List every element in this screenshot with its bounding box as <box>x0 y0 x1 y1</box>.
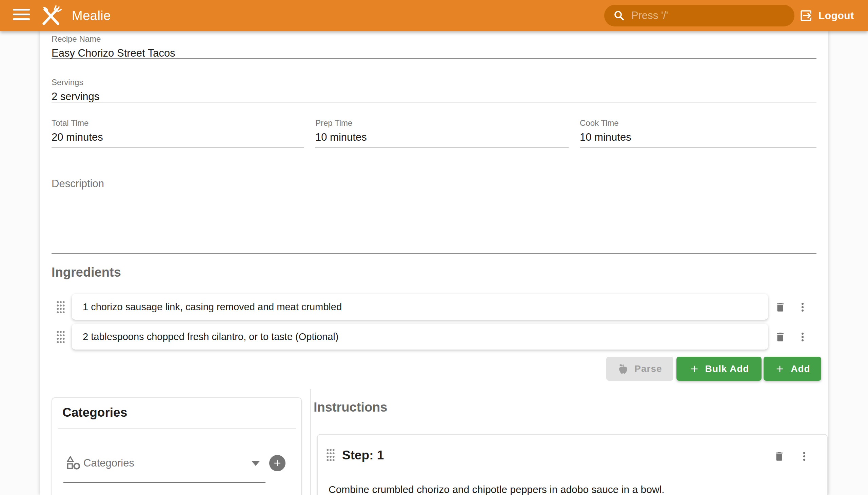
step-delete-button[interactable] <box>771 448 787 464</box>
step-drag-handle[interactable] <box>324 447 337 462</box>
search-input[interactable] <box>631 9 786 22</box>
search-bar[interactable] <box>604 5 795 27</box>
logout-icon <box>799 8 813 23</box>
kebab-menu-icon <box>799 450 810 462</box>
categories-select-underline <box>63 482 266 483</box>
step-title: Step: 1 <box>342 448 384 462</box>
bulk-add-button[interactable]: Bulk Add <box>677 357 762 381</box>
categories-divider <box>58 428 296 429</box>
drag-dots-icon <box>56 330 66 344</box>
mealie-logo-icon <box>39 3 63 28</box>
recipe-editor-card: Recipe Name Servings Total Time Prep Tim… <box>40 31 828 495</box>
categories-select-label: Categories <box>83 457 134 469</box>
plus-icon <box>689 363 700 374</box>
servings-field: Servings <box>52 77 816 102</box>
ingredient-menu-button[interactable] <box>795 299 811 315</box>
plus-icon <box>272 458 283 468</box>
kebab-menu-icon <box>797 331 808 343</box>
bulk-add-button-label: Bulk Add <box>705 363 749 374</box>
description-textarea[interactable] <box>52 194 818 250</box>
shapes-icon <box>66 455 81 471</box>
ingredient-menu-button[interactable] <box>795 329 811 345</box>
trash-icon <box>775 302 786 313</box>
cook-time-input[interactable] <box>580 131 816 143</box>
description-field: Description <box>52 179 816 254</box>
description-label: Description <box>52 179 816 189</box>
recipe-name-input[interactable] <box>52 47 816 59</box>
categories-select[interactable]: Categories <box>52 449 301 486</box>
prep-time-field: Prep Time <box>315 118 568 148</box>
parse-button[interactable]: Parse <box>606 357 674 381</box>
column-divider <box>310 389 310 495</box>
ingredient-drag-handle[interactable] <box>54 300 67 314</box>
ingredient-row <box>72 294 768 320</box>
ingredient-input[interactable] <box>82 331 758 343</box>
instructions-heading: Instructions <box>313 400 387 415</box>
search-icon <box>613 10 625 22</box>
cook-time-label: Cook Time <box>580 118 816 128</box>
kebab-menu-icon <box>797 302 808 313</box>
plus-icon <box>775 363 785 374</box>
add-button[interactable]: Add <box>764 357 821 381</box>
servings-label: Servings <box>52 77 816 87</box>
total-time-input[interactable] <box>52 131 304 143</box>
total-time-label: Total Time <box>52 118 304 128</box>
add-button-label: Add <box>791 363 810 374</box>
prep-time-input[interactable] <box>315 131 568 143</box>
ingredient-delete-button[interactable] <box>772 299 788 315</box>
app-header: Mealie Logout <box>0 0 868 31</box>
step-text[interactable]: Combine crumbled chorizo and chipotle pe… <box>328 482 810 495</box>
ingredient-drag-handle[interactable] <box>54 329 67 344</box>
categories-card: Categories Categories <box>52 397 302 495</box>
drag-dots-icon <box>56 301 66 314</box>
mealie-app: Mealie Logout Recipe Name Servings <box>0 0 868 495</box>
step-menu-button[interactable] <box>796 448 812 464</box>
servings-input[interactable] <box>52 90 816 103</box>
parse-button-label: Parse <box>634 363 662 374</box>
ingredients-heading: Ingredients <box>52 265 121 280</box>
hamburger-menu-icon[interactable] <box>13 9 31 22</box>
logout-button[interactable]: Logout <box>799 0 854 31</box>
ingredient-row <box>72 324 768 349</box>
cook-time-field: Cook Time <box>580 118 816 148</box>
ingredient-input[interactable] <box>82 301 758 313</box>
recipe-name-field: Recipe Name <box>52 34 816 59</box>
drag-dots-icon <box>325 448 336 462</box>
logout-label: Logout <box>818 10 854 21</box>
prep-time-label: Prep Time <box>315 118 568 128</box>
instruction-step-card: Step: 1 Combine crumbled chorizo and chi… <box>317 434 828 495</box>
add-category-button[interactable] <box>269 455 286 471</box>
trash-icon <box>775 331 786 343</box>
trash-icon <box>773 450 785 462</box>
categories-card-title: Categories <box>62 406 127 420</box>
ingredient-delete-button[interactable] <box>772 329 788 345</box>
recipe-name-label: Recipe Name <box>52 34 816 44</box>
apple-icon <box>617 363 629 375</box>
chevron-down-icon <box>252 461 260 466</box>
app-title: Mealie <box>72 0 111 31</box>
total-time-field: Total Time <box>52 118 304 148</box>
